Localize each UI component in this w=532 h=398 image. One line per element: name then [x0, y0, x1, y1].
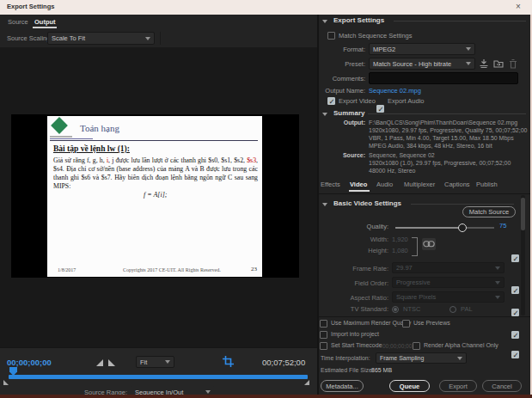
out-point-handle[interactable] [304, 380, 309, 385]
titlebar: Export Settings × [0, 0, 532, 15]
time-interpolation-select[interactable]: Frame Sampling [376, 352, 467, 364]
import-preset-icon[interactable] [493, 58, 504, 69]
delete-preset-icon[interactable] [508, 58, 518, 69]
height-value: 1,080 [392, 247, 408, 254]
in-point-handle[interactable] [3, 380, 9, 385]
metadata-button[interactable]: Metadata... [321, 380, 364, 392]
match-sequence-checkbox[interactable] [327, 32, 335, 40]
summary-output-line: MPEG Audio, 384 kbps, 48 kHz, Stereo, 16… [369, 143, 492, 149]
tab-publish[interactable]: Publish [476, 181, 498, 188]
tab-multiplexer[interactable]: Multiplexer [404, 181, 435, 188]
field-order-checkbox[interactable] [511, 309, 519, 316]
set-in-point-button[interactable] [96, 359, 103, 366]
tab-captions[interactable]: Captions [444, 181, 470, 188]
tab-effects[interactable]: Effects [321, 181, 340, 188]
format-select[interactable]: MPEG2 [369, 43, 475, 55]
render-alpha-label: Render Alpha Channel Only [424, 342, 498, 348]
current-timecode[interactable]: 00;00;00;00 [7, 358, 52, 367]
save-preset-icon[interactable] [479, 58, 489, 69]
use-previews-checkbox[interactable] [402, 320, 410, 328]
frame-rate-label: Frame Rate: [319, 265, 388, 272]
summary-output-line: F:\BanQLCS\Song\Phim\ThanhDoan\Sequence … [369, 119, 517, 126]
cancel-button[interactable]: Cancel [482, 380, 522, 392]
slide-heading: Bài tập về lệnh lw (1): [53, 144, 130, 153]
dimensions-checkbox[interactable] [511, 254, 519, 262]
tab-video[interactable]: Video [350, 181, 367, 188]
section-chevron-icon[interactable] [322, 20, 327, 23]
queue-button[interactable]: Queue [389, 380, 430, 392]
tab-output-underline [33, 27, 57, 28]
export-audio-checkbox[interactable] [376, 105, 384, 113]
time-interpolation-label: Time Interpolation: [321, 355, 370, 361]
max-render-quality-checkbox[interactable] [320, 320, 327, 328]
export-button[interactable]: Export [439, 380, 477, 392]
ntsc-label: NTSC [403, 305, 420, 313]
scrollbar-thumb[interactable] [521, 198, 525, 230]
field-order-select: Progressive [392, 277, 504, 288]
university-logo-icon [51, 117, 68, 134]
export-settings-header[interactable]: Export Settings [333, 16, 384, 24]
summary-source-line: 1920x1080 (1.0), 29.97 fps, Progressive,… [369, 160, 511, 166]
estimated-file-size-value: 865 MB [371, 367, 392, 373]
import-into-project-checkbox[interactable] [320, 331, 327, 339]
tab-audio[interactable]: Audio [376, 181, 393, 188]
source-scaling-value: Scale To Fit [52, 34, 85, 42]
divider [394, 21, 526, 21]
zoom-level-value: Fit [140, 358, 147, 366]
window-title: Export Settings [7, 3, 54, 10]
section-chevron-icon[interactable] [322, 113, 327, 116]
tv-standard-checkbox[interactable] [511, 351, 519, 358]
set-out-point-button[interactable] [108, 359, 115, 366]
basic-video-header[interactable]: Basic Video Settings [333, 199, 401, 207]
slide-rule-short [50, 138, 93, 139]
timeline-scrubber[interactable] [9, 375, 308, 379]
preset-label: Preset: [310, 60, 365, 68]
chevron-down-icon [165, 360, 170, 364]
link-dimensions-button[interactable] [422, 238, 436, 250]
format-value: MPEG2 [373, 46, 395, 53]
cancel-button-label: Cancel [492, 383, 511, 390]
preset-select[interactable]: Match Source - High bitrate [369, 58, 475, 70]
quality-value[interactable]: 75 [499, 222, 506, 230]
summary-header[interactable]: Summary [333, 109, 364, 117]
match-source-label: Match Source [469, 208, 509, 216]
render-alpha-checkbox[interactable] [413, 342, 420, 350]
divider [319, 316, 532, 317]
divider [319, 193, 532, 194]
aspect-ratio-checkbox[interactable] [511, 331, 519, 339]
chevron-down-icon [457, 357, 462, 360]
frame-rate-checkbox[interactable] [511, 286, 519, 294]
export-settings-window: Export Settings × Source Output Source S… [0, 0, 532, 398]
slide-footer-page-number: 23 [251, 266, 257, 272]
quality-slider-track-right[interactable] [467, 227, 494, 229]
zoom-level-select[interactable]: Fit [136, 356, 174, 368]
summary-source-line: Sequence, Sequence 02 [369, 152, 435, 158]
transport-bar: 00;00;00;00 Fit 00;07;52;00 Source Range… [0, 347, 318, 395]
slide-footer-copyright: Copyrights 2017 CE-UIT. All Rights Reser… [123, 267, 221, 272]
field-order-value: Progressive [396, 279, 431, 286]
summary-output-label: Output: [310, 119, 365, 126]
match-sequence-label: Match Sequence Settings [339, 32, 412, 40]
preset-value: Match Source - High bitrate [373, 60, 451, 68]
match-source-button[interactable]: Match Source [462, 206, 516, 217]
close-icon[interactable]: × [516, 2, 521, 11]
chevron-down-icon [466, 62, 471, 65]
frame-rate-select: 29.97 [392, 262, 504, 273]
crop-icon[interactable] [223, 356, 234, 367]
export-video-checkbox[interactable] [327, 97, 335, 105]
chevron-down-icon [495, 281, 500, 285]
quality-slider-knob[interactable] [458, 223, 467, 232]
export-audio-label: Export Audio [388, 97, 425, 105]
quality-slider-track[interactable] [395, 227, 460, 229]
section-chevron-icon[interactable] [322, 203, 327, 206]
comments-input[interactable] [369, 72, 518, 84]
source-scaling-select[interactable]: Scale To Fit [47, 32, 155, 45]
metadata-button-label: Metadata... [326, 383, 358, 390]
output-name-link[interactable]: Sequence 02.mpg [369, 87, 421, 95]
aspect-ratio-select: Square Pixels [392, 291, 504, 303]
aspect-ratio-label: Aspect Ratio: [319, 294, 388, 302]
summary-output-line: 1920x1080, 29.97 fps, Progressive, Quali… [369, 127, 527, 133]
tab-source[interactable]: Source [8, 18, 28, 26]
set-start-timecode-checkbox[interactable] [320, 342, 327, 350]
tab-output[interactable]: Output [34, 18, 56, 26]
